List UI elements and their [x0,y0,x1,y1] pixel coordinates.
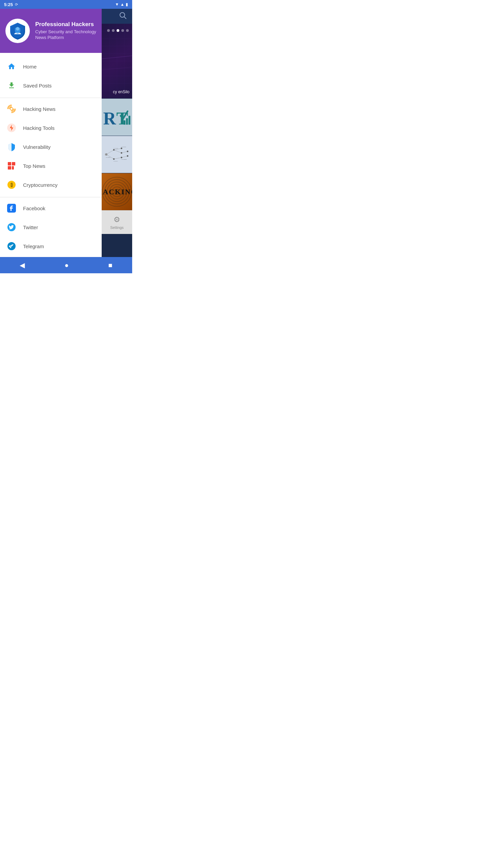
facebook-label: Facebook [23,205,45,211]
dot-2[interactable] [112,29,115,32]
status-bar: 5:25 ⟳ ▼ ▲ ▮ [0,0,132,9]
svg-rect-39 [124,120,125,125]
home-button[interactable]: ● [58,259,75,272]
network-diagram-svg: GC Footprint TLS for tools TLS for teams… [102,136,132,173]
svg-rect-5 [12,162,15,165]
bottom-navigation-bar: ◀ ● ■ [0,257,132,273]
drawer-menu: Home Saved Posts [0,53,102,257]
svg-line-52 [114,149,122,150]
sidebar-item-top-news[interactable]: Top News [0,156,102,175]
status-time: 5:25 [4,2,13,7]
signal-icon: ▲ [120,2,124,7]
sidebar-item-hacking-news[interactable]: Hacking News [0,99,102,118]
svg-line-14 [124,17,126,19]
svg-text:TLS for teams: TLS for teams [121,146,126,147]
telegram-label: Telegram [23,243,44,249]
svg-text:5.1 GCl gateway: 5.1 GCl gateway [121,159,127,160]
svg-line-50 [106,150,114,155]
twitter-icon [7,222,16,232]
wifi-icon: ▼ [115,2,119,7]
hacking-news-label: Hacking News [23,106,56,112]
saved-posts-label: Saved Posts [23,83,52,88]
hacking-tools-icon [7,123,16,133]
svg-rect-40 [126,118,128,124]
menu-section-news: Hacking News Hacking Tools [0,98,102,196]
dot-1[interactable] [107,29,110,32]
banner-bg-svg [102,24,132,98]
svg-text:R: R [103,108,117,128]
svg-rect-6 [8,166,11,170]
dot-3[interactable] [117,29,119,32]
vulnerability-label: Vulnerability [23,144,50,150]
telegram-icon [7,241,16,251]
app-name: Professional Hackers [35,21,96,28]
rt-logo-item[interactable]: R T [102,98,132,136]
search-bar [102,9,132,24]
sidebar-item-twitter[interactable]: Twitter [0,218,102,237]
sync-icon: ⟳ [15,2,18,7]
dot-4[interactable] [121,29,124,32]
menu-section-main: Home Saved Posts [0,56,102,96]
app-wrapper: Professional Hackers Cyber Security and … [0,9,132,257]
menu-section-social: Facebook Twitter [0,197,102,257]
main-content-panel: cy enSilo R T [102,9,132,257]
svg-text:GC Footprint: GC Footprint [106,157,110,158]
dot-5[interactable] [126,29,129,32]
saved-posts-icon [7,81,16,90]
svg-line-56 [122,156,128,158]
home-label: Home [23,64,37,70]
hacking-tools-label: Hacking Tools [23,125,55,131]
cryptocurrency-label: Cryptocurrency [23,182,58,188]
svg-line-54 [114,158,122,159]
sidebar-item-hacking-tools[interactable]: Hacking Tools [0,118,102,137]
logo-svg [8,21,27,40]
status-bar-left: 5:25 ⟳ [4,2,18,7]
search-button[interactable] [119,12,127,21]
drawer-header-text: Professional Hackers Cyber Security and … [35,21,96,41]
banner-pagination-dots [107,29,129,32]
svg-rect-7 [12,166,14,170]
app-logo [5,19,30,43]
cryptocurrency-icon: ₿ [7,180,16,190]
back-button[interactable]: ◀ [13,258,32,272]
vulnerability-icon [7,142,16,152]
drawer-header: Professional Hackers Cyber Security and … [0,9,102,53]
hacking-news-icon [7,104,16,114]
banner-slider: cy enSilo [102,24,132,98]
settings-item[interactable]: ⚙ Settings [102,210,132,234]
sidebar-item-cryptocurrency[interactable]: ₿ Cryptocurrency [0,175,102,194]
svg-line-55 [122,152,128,153]
twitter-label: Twitter [23,224,38,230]
settings-item-label: Settings [110,225,124,230]
banner-caption: cy enSilo [113,90,129,94]
top-news-label: Top News [23,163,45,169]
settings-gear-icon: ⚙ [114,215,120,224]
svg-text:₿: ₿ [11,182,13,188]
status-bar-right: ▼ ▲ ▮ [115,2,128,7]
svg-point-1 [10,107,13,110]
recents-button[interactable]: ■ [101,259,119,272]
facebook-icon [7,203,16,213]
sidebar-item-telegram[interactable]: Telegram [0,237,102,256]
svg-rect-4 [8,162,11,165]
network-diagram-item: GC Footprint TLS for tools TLS for teams… [102,136,132,173]
svg-line-53 [114,150,122,153]
sidebar-item-facebook[interactable]: Facebook [0,199,102,218]
app-subtitle: Cyber Security and Technology News Platf… [35,29,96,41]
rt-logo-svg: R T [102,105,132,129]
home-icon [7,62,16,71]
battery-icon: ▮ [126,2,128,7]
sidebar-item-vulnerability[interactable]: Vulnerability [0,137,102,156]
sidebar-item-saved-posts[interactable]: Saved Posts [0,76,102,95]
navigation-drawer: Professional Hackers Cyber Security and … [0,9,102,257]
svg-rect-41 [128,116,130,124]
sidebar-item-home[interactable]: Home [0,57,102,76]
hacking-image-item[interactable]: HACKING [102,173,132,210]
content-grid: R T [102,98,132,257]
svg-text:TLS for tools: TLS for tools [114,148,118,149]
top-news-icon [7,161,16,171]
svg-text:5. GCls only: 5. GCls only [114,161,118,161]
hacking-text-label: HACKING [102,188,132,196]
